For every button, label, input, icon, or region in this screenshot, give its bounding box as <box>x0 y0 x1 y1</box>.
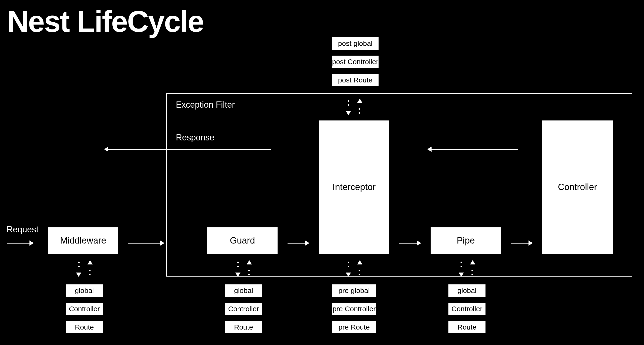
guard-stack-global: global <box>224 284 262 297</box>
bidir-pipe <box>456 260 478 277</box>
interceptor-pre-route: pre Route <box>332 320 377 334</box>
arrow-interceptor-to-pipe <box>399 243 420 244</box>
middleware-box: Middleware <box>48 227 119 254</box>
arrow-middleware-to-guard <box>128 243 164 244</box>
interceptor-post-route: post Route <box>332 74 379 87</box>
response-label: Response <box>176 132 214 142</box>
controller-box: Controller <box>542 120 613 254</box>
guard-box: Guard <box>207 227 278 254</box>
request-label: Request <box>7 224 38 234</box>
exception-filter-label: Exception Filter <box>176 100 235 110</box>
interceptor-post-controller: post Controller <box>332 55 379 68</box>
guard-stack-controller: Controller <box>224 302 262 316</box>
interceptor-post-global: post global <box>332 37 379 50</box>
middleware-stack-global: global <box>65 284 103 297</box>
pipe-stack-global: global <box>448 284 486 297</box>
bidir-interceptor-pre <box>344 260 365 277</box>
guard-stack-route: Route <box>224 320 262 334</box>
arrow-pipe-to-controller <box>511 243 532 244</box>
interceptor-pre-controller: pre Controller <box>332 302 377 316</box>
interceptor-pre-global: pre global <box>332 284 377 297</box>
middleware-stack-route: Route <box>65 320 103 334</box>
arrow-guard-to-interceptor <box>288 243 309 244</box>
arrow-controller-to-interceptor <box>428 149 518 150</box>
bidir-interceptor-post <box>344 98 365 115</box>
bidir-guard <box>233 260 254 277</box>
arrow-request-to-middleware <box>7 243 33 244</box>
page-title: Nest LifeCycle <box>7 4 204 39</box>
interceptor-box: Interceptor <box>318 120 390 254</box>
arrow-response-out <box>104 149 271 150</box>
pipe-box: Pipe <box>430 227 502 254</box>
bidir-middleware <box>74 260 95 277</box>
middleware-stack-controller: Controller <box>65 302 103 316</box>
pipe-stack-route: Route <box>448 320 486 334</box>
pipe-stack-controller: Controller <box>448 302 486 316</box>
